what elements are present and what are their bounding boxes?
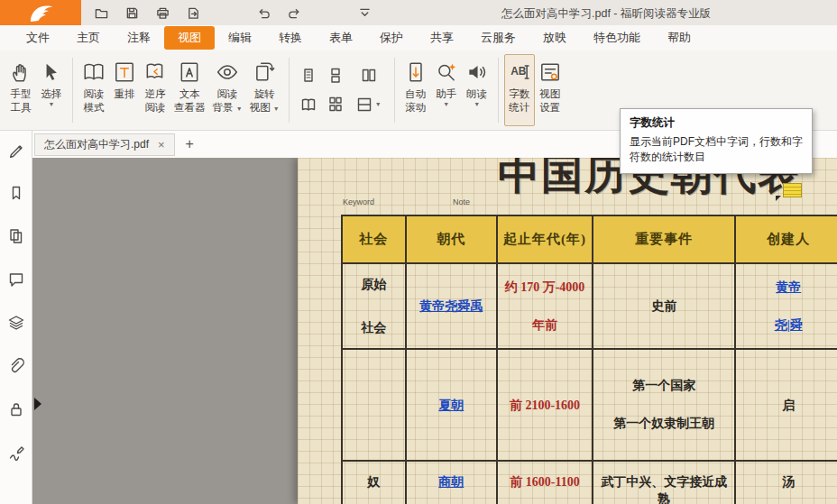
foxit-logo <box>0 0 81 25</box>
document-tab[interactable]: 怎么面对高中学习.pdf × <box>34 133 175 156</box>
menu-convert[interactable]: 转换 <box>265 26 316 50</box>
word-count-button[interactable]: AB 字数统计 <box>504 54 535 126</box>
magnifier-assistant-icon <box>435 60 458 84</box>
annotate-pencil-button[interactable] <box>8 142 24 161</box>
redo-button[interactable] <box>285 4 303 22</box>
label-line: 背景 <box>213 102 234 113</box>
open-file-button[interactable] <box>92 4 110 22</box>
open-book-icon <box>82 60 106 84</box>
period-text: 前 1600-1100 <box>510 475 579 489</box>
dropdown-arrow-icon: ▼ <box>273 105 280 112</box>
reflow-button[interactable]: 重排 <box>109 54 140 126</box>
tab-close-icon[interactable]: × <box>158 139 165 151</box>
split-view-button[interactable]: ▼ <box>356 96 382 113</box>
new-tab-button[interactable]: + <box>186 137 194 151</box>
menu-view[interactable]: 视图 <box>164 26 215 50</box>
menu-help[interactable]: 帮助 <box>654 26 704 50</box>
menu-file[interactable]: 文件 <box>13 26 63 50</box>
menu-edit[interactable]: 编辑 <box>215 26 265 50</box>
ribbon-separator <box>289 58 290 123</box>
export-button[interactable] <box>184 4 202 22</box>
word-count-icon: AB <box>508 60 531 84</box>
menu-home[interactable]: 主页 <box>63 26 114 50</box>
dynasty-link[interactable]: 黄帝尧舜禹 <box>419 299 483 313</box>
continuous-facing-view-button[interactable] <box>327 96 344 113</box>
bookmarks-panel-button[interactable] <box>8 185 24 205</box>
text-document-icon <box>178 60 201 84</box>
pages-panel-button[interactable] <box>8 228 24 248</box>
book-view-button[interactable] <box>300 96 317 113</box>
attachments-panel-button[interactable] <box>8 358 24 378</box>
book-spread-icon <box>300 96 317 113</box>
header-events: 重要事件 <box>593 215 736 263</box>
print-button[interactable] <box>153 4 171 22</box>
period-text: 前 2100-1600 <box>510 399 580 412</box>
continuous-view-button[interactable] <box>327 68 344 84</box>
label-line: 自动 <box>405 88 426 99</box>
svg-text:AB: AB <box>510 65 527 78</box>
label-line: 滚动 <box>405 102 426 113</box>
menu-features[interactable]: 特色功能 <box>580 26 654 50</box>
view-settings-button[interactable]: 视图设置 <box>535 54 566 126</box>
text-viewer-button[interactable]: 文本查看器 <box>170 54 209 126</box>
reverse-read-button[interactable]: 逆序阅读 <box>140 54 170 126</box>
read-aloud-button[interactable]: 朗读 ▼ <box>462 54 492 126</box>
assistant-button[interactable]: 助手 ▼ <box>431 54 462 126</box>
menu-share[interactable]: 共享 <box>417 26 467 50</box>
menu-present[interactable]: 放映 <box>529 26 580 50</box>
rotate-view-button[interactable]: 旋转视图 ▼ <box>246 54 283 126</box>
event-text: 第一个奴隶制王朝 <box>613 416 714 432</box>
ribbon-separator <box>72 58 73 123</box>
lock-icon <box>8 401 24 417</box>
facing-pages-icon <box>361 68 377 84</box>
tooltip-title: 字数统计 <box>630 115 803 131</box>
layers-panel-button[interactable] <box>8 315 24 334</box>
single-page-icon <box>300 68 317 84</box>
save-button[interactable] <box>123 4 141 22</box>
read-mode-button[interactable]: 阅读模式 <box>78 54 109 126</box>
auto-scroll-button[interactable]: 自动滚动 <box>400 54 431 126</box>
signature-panel-button[interactable] <box>8 444 24 464</box>
continuous-pages-icon <box>327 68 344 84</box>
menu-comment[interactable]: 注释 <box>114 26 164 50</box>
label-line: 旋转 <box>254 88 275 99</box>
comments-panel-button[interactable] <box>8 271 24 291</box>
single-page-view-button[interactable] <box>300 68 317 84</box>
customize-toolbar-button[interactable] <box>355 4 373 22</box>
undo-icon <box>257 6 271 20</box>
label-line: 设置 <box>539 102 560 113</box>
security-panel-button[interactable] <box>8 401 24 421</box>
menubar: 文件 主页 注释 视图 编辑 转换 表单 保护 共享 云服务 放映 特色功能 帮… <box>0 25 837 50</box>
comment-bubble-icon <box>8 271 24 288</box>
hand-tool-button[interactable]: 手型工具 <box>5 54 36 126</box>
dropdown-arrow-icon: ▼ <box>375 101 382 108</box>
undo-button[interactable] <box>254 4 272 22</box>
dynasty-link[interactable]: 商朝 <box>438 475 464 489</box>
document-tab-label: 怎么面对高中学习.pdf <box>44 137 149 152</box>
founder-link[interactable]: 尧|舜 <box>775 317 803 334</box>
menu-form[interactable]: 表单 <box>316 26 366 50</box>
dynasty-link[interactable]: 夏朝 <box>438 399 464 412</box>
sticky-note-annotation-icon[interactable] <box>783 183 802 197</box>
facing-view-button[interactable] <box>361 68 377 84</box>
document-view-area[interactable]: 中国历史朝代表 Keyword Note 社会 朝代 起止年代(年) 重要事件 … <box>32 158 837 504</box>
folder-icon <box>95 6 108 20</box>
dynasty-table: 社会 朝代 起止年代(年) 重要事件 创建人 原始 社会 黄帝尧舜禹 约 170… <box>341 215 837 504</box>
reading-background-button[interactable]: 阅读背景 ▼ <box>209 54 246 126</box>
ribbon-separator <box>394 58 395 123</box>
bookmark-icon <box>8 185 24 201</box>
reflow-text-icon <box>113 60 136 84</box>
label-line: 查看器 <box>174 102 206 113</box>
speaker-icon <box>465 60 489 84</box>
export-document-icon <box>187 6 200 20</box>
event-text: 第一个国家 <box>632 378 695 394</box>
table-row: 原始 社会 黄帝尧舜禹 约 170 万-4000 年前 史前 黄帝 尧|舜 <box>342 263 837 349</box>
panel-expand-handle[interactable] <box>34 398 41 410</box>
menu-cloud[interactable]: 云服务 <box>467 26 529 50</box>
founder-link[interactable]: 黄帝 <box>776 279 801 296</box>
cursor-arrow-icon <box>40 60 63 84</box>
select-tool-button[interactable]: 选择 ▼ <box>36 54 67 126</box>
menu-protect[interactable]: 保护 <box>366 26 417 50</box>
event-text: 武丁中兴、文字接近成熟 <box>601 475 727 504</box>
label-line: 阅读 <box>84 88 105 99</box>
